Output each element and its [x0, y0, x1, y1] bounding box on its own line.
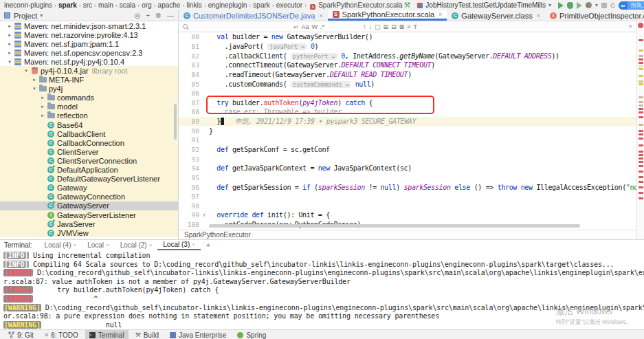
tree-item-gatewayconnection[interactable]: CGatewayConnection	[0, 193, 178, 201]
status-item-6-todo[interactable]: ≡6: TODO	[41, 330, 82, 339]
code-line-92[interactable]: 92 def getSparkConf = sc.getConf	[179, 145, 636, 155]
code-line-89[interactable]: 89 }申凯, 2021/12/9 17:39 • pyspark3 SECUR…	[179, 117, 636, 127]
stripe-marker[interactable]	[639, 50, 643, 52]
remove-selection-icon[interactable]: ⊟	[390, 23, 398, 30]
prev-occurrence-icon[interactable]: ↑	[362, 23, 368, 30]
tree-item-meta-inf[interactable]: ▸META-INF	[0, 76, 178, 85]
tree-item-callbackconnection[interactable]: CCallbackConnection	[0, 138, 178, 147]
stripe-marker[interactable]	[639, 151, 643, 153]
close-icon[interactable]: ×	[192, 241, 195, 248]
tree-item-jvmview[interactable]: CJVMView	[0, 228, 178, 237]
chevron-down-icon[interactable]: ▾	[30, 86, 38, 91]
chevron-right-icon[interactable]: ▸	[5, 32, 14, 38]
chevron-down-icon[interactable]: ▾	[40, 12, 43, 19]
code-line-86[interactable]: 86	[179, 89, 636, 98]
profiler-dropdown-icon[interactable]: ▾	[595, 2, 598, 8]
close-icon[interactable]: ×	[73, 242, 76, 248]
stripe-marker[interactable]	[639, 181, 643, 183]
breadcrumb-item[interactable]: executor	[276, 1, 302, 9]
tab-CustomerDelimitedJSONSerDe.java[interactable]: CCustomerDelimitedJSONSerDe.java×	[179, 10, 328, 21]
tree-item-maven-net-sf-jpam-jpam-1-1[interactable]: ▸Maven: net.sf.jpam:jpam:1.1	[0, 39, 178, 48]
breadcrumb-item[interactable]: main	[98, 1, 113, 9]
tree-item-clientserverconnection[interactable]: CClientServerConnection	[0, 156, 178, 165]
tab-PrimitiveObjectInspector.class[interactable]: IPrimitiveObjectInspector.class×	[545, 10, 644, 21]
code-editor[interactable]: 80 val builder = new GatewayServerBuilde…	[179, 32, 636, 230]
add-selection-icon[interactable]: ⊞	[382, 23, 390, 30]
stripe-marker[interactable]	[639, 80, 643, 83]
stripe-marker[interactable]	[639, 105, 643, 107]
tree-item-gateway[interactable]: CGateway	[0, 184, 178, 193]
tree-item-defaultgatewayserverlistener[interactable]: CDefaultGatewayServerListener	[0, 175, 178, 184]
stripe-marker[interactable]	[639, 192, 643, 194]
status-item-build[interactable]: ⚒Build	[131, 330, 163, 339]
terminal-tab-local[interactable]: Local×	[82, 240, 115, 250]
stripe-marker[interactable]	[639, 83, 643, 85]
run-button[interactable]	[558, 2, 564, 9]
code-line-88[interactable]: 88 case err: Throwable => builder	[179, 107, 636, 117]
tree-item-defaultapplication[interactable]: CDefaultApplication	[0, 166, 178, 175]
match-case-icon[interactable]: Aa	[300, 23, 311, 30]
tree-item-reflection[interactable]: ▸reflection	[0, 111, 178, 120]
stripe-marker[interactable]	[639, 186, 643, 188]
terminal-tab-local-4-[interactable]: Local (4)×	[39, 240, 82, 250]
build-hammer-icon[interactable]: ⚒	[403, 1, 410, 10]
code-line-83[interactable]: 83 .connectTimeout(GatewayServer.DEFAULT…	[179, 61, 636, 70]
stripe-marker[interactable]	[639, 144, 643, 146]
run-with-coverage-button[interactable]	[577, 2, 582, 9]
code-line-81[interactable]: 81 .javaPort( javaPort = 0)	[179, 42, 636, 52]
newline-icon[interactable]: ↵	[292, 23, 300, 30]
code-line-90[interactable]: 90}	[179, 126, 636, 135]
breadcrumb-item[interactable]: SparkPythonExecutor.scala	[318, 1, 402, 9]
stripe-marker[interactable]	[639, 165, 643, 167]
stripe-marker[interactable]	[639, 138, 643, 140]
close-icon[interactable]: ×	[537, 12, 540, 19]
code-line-91[interactable]: 91	[179, 135, 636, 145]
code-line-93[interactable]: 93	[179, 154, 636, 164]
tree-item-callbackclient[interactable]: CCallbackClient	[0, 129, 178, 138]
tree-item-maven-net-sf-opencsv-opencsv-2-3[interactable]: ▸Maven: net.sf.opencsv:opencsv:2.3	[0, 48, 178, 57]
status-item-spring[interactable]: Spring	[233, 330, 270, 339]
tree-item-base64[interactable]: CBase64	[0, 120, 178, 129]
words-icon[interactable]: W	[311, 23, 320, 30]
status-item-9-git[interactable]: 9: Git	[4, 330, 38, 339]
exclude-selection-icon[interactable]: ⊠	[398, 23, 406, 30]
tree-scrollbar[interactable]	[174, 104, 177, 140]
stripe-marker[interactable]	[639, 96, 643, 98]
stripe-marker[interactable]	[639, 161, 643, 163]
code-line-99[interactable]: 99↑ override def init(): Unit = {	[179, 210, 636, 220]
terminal-output[interactable]: [INFO] Using incremental compilation[INF…	[0, 250, 644, 329]
settings-gear-icon[interactable]: ⚙	[155, 12, 162, 19]
terminal-tab-local-3-[interactable]: Local (3)×	[157, 240, 201, 250]
tab-GatewayServer.class[interactable]: CGatewayServer.class×	[447, 10, 545, 21]
stop-button[interactable]	[601, 3, 607, 8]
locate-file-icon[interactable]: ◎	[135, 12, 141, 19]
chevron-right-icon[interactable]: ▸	[38, 104, 47, 109]
chevron-down-icon[interactable]: ▾	[22, 68, 30, 74]
hide-panel-icon[interactable]: —	[167, 12, 174, 19]
search-input[interactable]	[192, 23, 288, 31]
status-item-terminal[interactable]: >Terminal	[85, 330, 129, 339]
filter-type-icon[interactable]: T	[412, 23, 419, 30]
tree-item-commands[interactable]: ▸commands	[0, 94, 178, 102]
close-icon[interactable]: ×	[628, 23, 632, 30]
breadcrumb-item[interactable]: linkis	[186, 1, 201, 9]
stripe-marker[interactable]	[639, 101, 643, 103]
stripe-marker[interactable]	[639, 157, 643, 160]
stripe-marker[interactable]	[639, 111, 643, 113]
next-occurrence-icon[interactable]: ↓	[368, 23, 374, 30]
stripe-marker[interactable]	[639, 75, 643, 77]
code-line-96[interactable]: 96 def getSparkSession = if (sparkSessio…	[179, 182, 636, 192]
close-icon[interactable]: ×	[149, 242, 153, 248]
tree-item-py4j[interactable]: ▾py4j	[0, 85, 178, 94]
stripe-marker[interactable]	[639, 55, 643, 57]
breadcrumb-item[interactable]: engineplugin	[208, 1, 247, 9]
breadcrumb-item[interactable]: apache	[158, 1, 181, 9]
chevron-right-icon[interactable]: ▸	[30, 77, 38, 83]
close-icon[interactable]: ×	[438, 11, 442, 18]
tab-SparkPythonExecutor.scala[interactable]: SSparkPythonExecutor.scala×	[328, 10, 447, 21]
chevron-right-icon[interactable]: ▸	[5, 41, 14, 47]
stripe-marker[interactable]	[639, 108, 643, 110]
code-line-94[interactable]: 94 def getJavaSparkContext = new JavaSpa…	[179, 164, 636, 173]
horizontal-scrollbar[interactable]	[209, 224, 580, 228]
code-line-80[interactable]: 80 val builder = new GatewayServerBuilde…	[179, 32, 636, 42]
